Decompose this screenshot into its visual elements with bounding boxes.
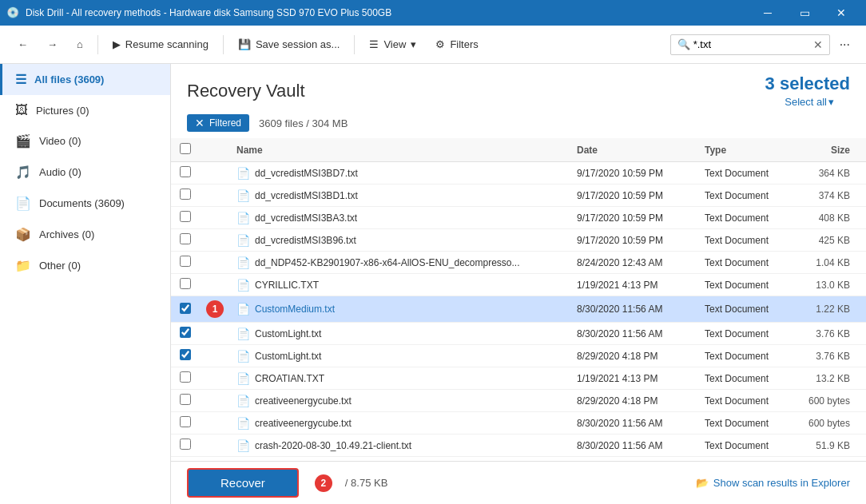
row-name-cell: 📄 creativeenergycube.txt — [230, 412, 570, 435]
row-checkbox[interactable] — [180, 394, 191, 405]
table-row[interactable]: 📄 dd_vcredistMSI3BD7.txt 9/17/2020 10:59… — [171, 162, 866, 185]
table-row[interactable]: 📄 creativeenergycube.txt 8/29/2020 4:18 … — [171, 390, 866, 412]
header-name[interactable]: Name — [230, 138, 570, 162]
table-row[interactable]: 📄 CustomLight.txt 8/30/2020 11:56 AM Tex… — [171, 323, 866, 345]
row-checkbox[interactable] — [180, 439, 191, 450]
show-explorer-link[interactable]: 📂 Show scan results in Explorer — [696, 477, 850, 489]
row-name: dd_NDP452-KB2901907-x86-x64-AllOS-ENU_de… — [255, 257, 520, 268]
sidebar-item-label: Documents (3609) — [39, 197, 125, 209]
separator-1 — [97, 35, 98, 54]
row-size: 600 bytes — [794, 390, 866, 412]
clear-filter-button[interactable]: ✕ — [195, 117, 205, 129]
row-name: dd_vcredistMSI3BA3.txt — [255, 212, 357, 224]
row-size: 364 KB — [794, 162, 866, 185]
row-badge: 1 — [206, 300, 224, 318]
main-layout: ☰ All files (3609) 🖼 Pictures (0) 🎬 Vide… — [0, 64, 866, 504]
row-date: 8/30/2020 11:56 AM — [570, 435, 698, 457]
table-row[interactable]: 📄 CYRILLIC.TXT 1/19/2021 4:13 PM Text Do… — [171, 274, 866, 296]
row-checkbox[interactable] — [180, 416, 191, 427]
row-checkbox[interactable] — [180, 327, 191, 338]
row-name-cell: 📄 CustomLight.txt — [230, 345, 570, 367]
row-checkbox-cell — [171, 207, 200, 229]
row-badge-cell — [200, 323, 230, 345]
table-row[interactable]: 📄 dd_NDP452-KB2901907-x86-x64-AllOS-ENU_… — [171, 252, 866, 274]
select-all-checkbox[interactable] — [180, 143, 191, 154]
table-row[interactable]: 📄 dd_vcredistMSI3BA3.txt 9/17/2020 10:59… — [171, 207, 866, 229]
row-checkbox[interactable] — [180, 278, 191, 289]
row-size: 51.9 KB — [794, 435, 866, 457]
recover-button[interactable]: Recover — [187, 468, 299, 498]
row-checkbox[interactable] — [180, 211, 191, 222]
size-info: / 8.75 KB — [345, 477, 387, 489]
row-badge-cell — [200, 185, 230, 207]
file-icon: 📄 — [236, 395, 250, 407]
row-date: 1/19/2021 4:13 PM — [570, 274, 698, 296]
row-size: 1.04 KB — [794, 252, 866, 274]
restore-button[interactable]: ▭ — [786, 0, 823, 26]
table-header: Name Date Type Size — [171, 138, 866, 162]
row-size: 3.76 KB — [794, 323, 866, 345]
minimize-button[interactable]: ─ — [749, 0, 786, 26]
row-checkbox[interactable] — [180, 189, 191, 200]
table-row[interactable]: 📄 CP950.TXT 1/19/2021 4:13 PM Text Docum… — [171, 457, 866, 462]
sidebar-item-label: Other (0) — [39, 260, 81, 272]
search-box: 🔍 ✕ — [670, 34, 830, 55]
header-type[interactable]: Type — [698, 138, 794, 162]
row-date: 1/19/2021 4:13 PM — [570, 367, 698, 390]
table-row[interactable]: 📄 CustomLight.txt 8/29/2020 4:18 PM Text… — [171, 345, 866, 367]
table-row[interactable]: 📄 creativeenergycube.txt 8/30/2020 11:56… — [171, 412, 866, 435]
select-all-button[interactable]: Select all ▾ — [785, 96, 834, 108]
sidebar-item-all-files[interactable]: ☰ All files (3609) — [0, 64, 170, 95]
app-icon: 💿 — [6, 6, 19, 19]
search-icon: 🔍 — [677, 38, 690, 50]
sidebar-item-pictures[interactable]: 🖼 Pictures (0) — [0, 95, 170, 125]
row-badge-cell — [200, 252, 230, 274]
row-checkbox[interactable] — [180, 371, 191, 383]
save-session-button[interactable]: 💾 Save session as... — [230, 34, 348, 55]
row-badge-cell — [200, 457, 230, 462]
row-type: Text Document — [698, 345, 794, 367]
sidebar-item-video[interactable]: 🎬 Video (0) — [0, 125, 170, 157]
row-name: dd_vcredistMSI3BD1.txt — [255, 190, 358, 201]
row-size: 408 KB — [794, 207, 866, 229]
row-checkbox[interactable] — [180, 166, 191, 177]
back-button[interactable]: ← — [10, 34, 36, 55]
row-type: Text Document — [698, 367, 794, 390]
home-button[interactable]: ⌂ — [69, 34, 91, 55]
sidebar-item-documents[interactable]: 📄 Documents (3609) — [0, 188, 170, 219]
close-button[interactable]: ✕ — [823, 0, 860, 26]
table-row[interactable]: 📄 CROATIAN.TXT 1/19/2021 4:13 PM Text Do… — [171, 367, 866, 390]
file-icon: 📄 — [236, 167, 250, 180]
header-date[interactable]: Date — [570, 138, 698, 162]
row-checkbox[interactable] — [180, 256, 191, 267]
row-date: 9/17/2020 10:59 PM — [570, 185, 698, 207]
table-row[interactable]: 📄 crash-2020-08-30_10.49.21-client.txt 8… — [171, 435, 866, 457]
search-input[interactable] — [693, 38, 813, 50]
table-row[interactable]: 📄 dd_vcredistMSI3BD1.txt 9/17/2020 10:59… — [171, 185, 866, 207]
filter-icon: ⚙ — [435, 38, 445, 50]
row-checkbox[interactable] — [180, 233, 191, 244]
row-type: Text Document — [698, 457, 794, 462]
filters-button[interactable]: ⚙ Filters — [427, 34, 486, 55]
view-button[interactable]: ☰ View ▾ — [361, 34, 424, 55]
row-checkbox[interactable] — [180, 349, 191, 360]
more-icon: ··· — [840, 38, 850, 51]
row-name-cell: 📄 CROATIAN.TXT — [230, 367, 570, 390]
clear-search-button[interactable]: ✕ — [813, 38, 823, 51]
sidebar-item-audio[interactable]: 🎵 Audio (0) — [0, 157, 170, 188]
sidebar-item-archives[interactable]: 📦 Archives (0) — [0, 219, 170, 250]
file-table-container: Name Date Type Size — [171, 138, 866, 461]
row-date: 8/24/2020 12:43 AM — [570, 252, 698, 274]
row-checkbox[interactable] — [180, 303, 191, 314]
row-size: 510 KB — [794, 457, 866, 462]
forward-button[interactable]: → — [39, 34, 66, 55]
row-type: Text Document — [698, 435, 794, 457]
sidebar-item-other[interactable]: 📁 Other (0) — [0, 250, 170, 281]
resume-scanning-button[interactable]: ▶ Resume scanning — [105, 34, 216, 55]
forward-icon: → — [47, 38, 58, 50]
more-options-button[interactable]: ··· — [833, 33, 856, 57]
table-row[interactable]: 📄 dd_vcredistMSI3B96.txt 9/17/2020 10:59… — [171, 229, 866, 252]
table-row[interactable]: 1 📄 CustomMedium.txt 8/30/2020 11:56 AM … — [171, 296, 866, 323]
header-size[interactable]: Size — [794, 138, 866, 162]
row-name-cell: 📄 creativeenergycube.txt — [230, 390, 570, 412]
